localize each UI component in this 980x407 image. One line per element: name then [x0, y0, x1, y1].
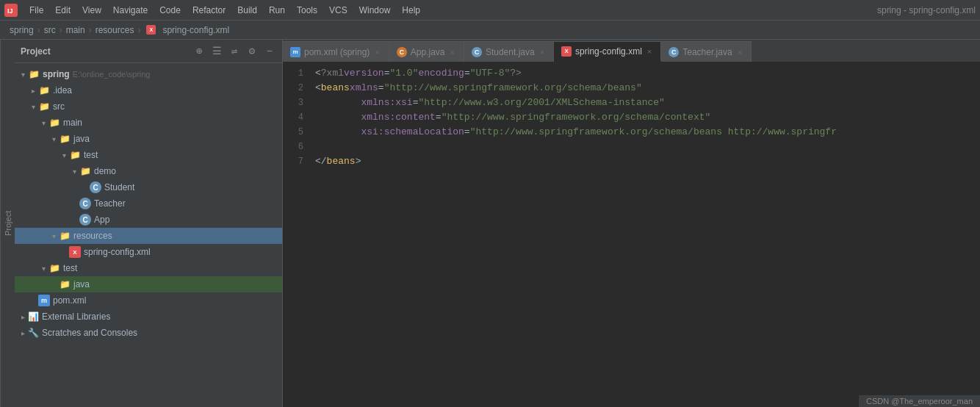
folder-icon-src: 📁	[38, 101, 50, 112]
code-line-2: <beans xmlns="http://www.springframework…	[315, 81, 980, 96]
menu-navigate[interactable]: Navigate	[107, 4, 154, 17]
tree-label-java: java	[73, 134, 90, 144]
menu-window[interactable]: Window	[353, 4, 397, 17]
tree-label-scratches: Scratches and Consoles	[42, 328, 137, 338]
menu-help[interactable]: Help	[396, 4, 426, 17]
svg-text:IJ: IJ	[7, 7, 13, 15]
tree-item-spring[interactable]: 📁 spring E:\online_code\spring	[15, 66, 282, 82]
code-editor[interactable]: <?xml version="1.0" encoding="UTF-8"?> <…	[309, 66, 980, 407]
tree-label-spring-config: spring-config.xml	[84, 247, 151, 257]
tree-label-test: test	[84, 150, 98, 160]
menu-build[interactable]: Build	[231, 4, 263, 17]
tree-item-ext-libs[interactable]: 📊 External Libraries	[15, 309, 282, 325]
tab-close-student[interactable]: ×	[538, 47, 546, 57]
tab-pom[interactable]: m pom.xml (spring) ×	[283, 41, 389, 62]
folder-icon-idea: 📁	[38, 84, 50, 96]
line-numbers: 1 2 3 4 5 6 7	[283, 66, 309, 407]
breadcrumb-main[interactable]: main	[66, 25, 85, 35]
tree-label-main: main	[63, 118, 82, 128]
flatten-icon[interactable]: ⇌	[228, 45, 241, 58]
tree-label-ext-libs: External Libraries	[42, 311, 110, 322]
menu-tools[interactable]: Tools	[291, 4, 323, 17]
tree-item-app[interactable]: C App	[15, 212, 282, 228]
folder-icon-demo: 📁	[79, 165, 91, 177]
tree-label-resources: resources	[73, 231, 112, 241]
menu-vcs[interactable]: VCS	[323, 4, 353, 17]
tree-arrow-scratches	[18, 328, 28, 338]
status-text: CSDN @The_emperoor_man	[866, 397, 973, 406]
breadcrumb-src[interactable]: src	[44, 25, 56, 35]
menu-refactor[interactable]: Refactor	[187, 4, 231, 17]
tree-item-test2[interactable]: 📁 test	[15, 260, 282, 276]
tree-item-pom[interactable]: m pom.xml	[15, 292, 282, 309]
tree-arrow-resources	[48, 231, 59, 241]
tree-arrow-demo	[69, 166, 79, 176]
menu-file[interactable]: File	[24, 4, 49, 17]
tree-item-java[interactable]: 📁 java	[15, 131, 282, 147]
tab-teacher[interactable]: C Teacher.java ×	[661, 41, 752, 62]
tree-item-spring-config[interactable]: X spring-config.xml	[15, 244, 282, 260]
tree-item-java2[interactable]: 📁 java	[15, 276, 282, 292]
menu-edit[interactable]: Edit	[49, 4, 76, 17]
menu-code[interactable]: Code	[154, 4, 187, 17]
tree-item-test[interactable]: 📁 test	[15, 147, 282, 163]
folder-icon-main: 📁	[48, 117, 60, 129]
tab-close-pom[interactable]: ×	[373, 47, 381, 57]
tree-item-src[interactable]: 📁 src	[15, 98, 282, 115]
tab-label-app: App.java	[411, 47, 445, 57]
tree-label-idea: .idea	[53, 85, 72, 96]
tab-label-teacher: Teacher.java	[682, 47, 732, 57]
menu-run[interactable]: Run	[263, 4, 291, 17]
sidebar: Project ⊕ ☰ ⇌ ⚙ − 📁 spring E:\online_cod…	[15, 40, 283, 407]
folder-icon-java: 📁	[59, 133, 71, 145]
breadcrumb-spring[interactable]: spring	[10, 25, 34, 35]
editor-content[interactable]: 1 2 3 4 5 6 7 <?xml version="1.0" encodi…	[283, 63, 980, 407]
menu-bar: IJ File Edit View Navigate Code Refactor…	[0, 0, 980, 21]
tree-label-spring: spring	[43, 69, 70, 79]
code-line-1: <?xml version="1.0" encoding="UTF-8"?>	[315, 66, 980, 81]
tree-item-teacher[interactable]: C Teacher	[15, 195, 282, 212]
scratch-icon: 🔧	[28, 328, 39, 338]
collapse-icon[interactable]: ☰	[210, 45, 223, 58]
sidebar-tree: 📁 spring E:\online_code\spring 📁 .idea 📁…	[15, 63, 282, 407]
tree-item-demo[interactable]: 📁 demo	[15, 163, 282, 179]
tree-arrow-src	[28, 101, 38, 112]
tree-arrow-ext-libs	[18, 311, 28, 322]
tab-student[interactable]: C Student.java ×	[464, 41, 554, 62]
folder-icon-spring: 📁	[28, 68, 40, 80]
scope-icon[interactable]: ⊕	[192, 45, 206, 58]
window-title: spring - spring-config.xml	[877, 5, 976, 15]
xml-icon-spring-config: X	[69, 246, 81, 258]
tab-icon-app: C	[397, 47, 407, 57]
settings-icon[interactable]: ⚙	[245, 45, 259, 58]
tabs-bar: m pom.xml (spring) × C App.java × C Stud…	[283, 40, 980, 63]
java-icon-teacher: C	[79, 198, 91, 209]
tree-arrow-main	[38, 118, 48, 128]
code-line-4: xmlns:content="http://www.springframewor…	[315, 110, 980, 125]
tab-icon-spring-config: X	[561, 46, 572, 57]
tree-item-scratches[interactable]: 🔧 Scratches and Consoles	[15, 325, 282, 341]
tree-item-resources[interactable]: 📁 resources	[15, 228, 282, 244]
editor-area: m pom.xml (spring) × C App.java × C Stud…	[283, 40, 980, 407]
folder-icon-resources: 📁	[59, 230, 71, 242]
tab-close-spring-config[interactable]: ×	[646, 46, 653, 57]
java-icon-student: C	[90, 181, 101, 193]
menu-view[interactable]: View	[76, 4, 107, 17]
tab-icon-student: C	[472, 47, 482, 57]
sidebar-panel-label: Project	[0, 40, 15, 407]
sidebar-title: Project	[21, 46, 188, 57]
tab-close-app[interactable]: ×	[449, 47, 456, 57]
tab-spring-config[interactable]: X spring-config.xml ×	[554, 41, 661, 62]
breadcrumb-resources[interactable]: resources	[96, 25, 134, 35]
tab-app[interactable]: C App.java ×	[389, 41, 464, 62]
tree-item-idea[interactable]: 📁 .idea	[15, 82, 282, 98]
code-line-3: xmlns:xsi="http://www.w3.org/2001/XMLSch…	[315, 96, 980, 110]
tree-label-app: App	[94, 215, 109, 225]
status-bar: CSDN @The_emperoor_man	[859, 395, 980, 407]
tree-arrow-test	[59, 150, 69, 160]
breadcrumb-file[interactable]: X spring-config.xml	[144, 25, 231, 35]
tab-close-teacher[interactable]: ×	[736, 47, 743, 57]
close-sidebar-icon[interactable]: −	[263, 45, 276, 58]
tree-item-main[interactable]: 📁 main	[15, 115, 282, 131]
tree-item-student[interactable]: C Student	[15, 179, 282, 195]
